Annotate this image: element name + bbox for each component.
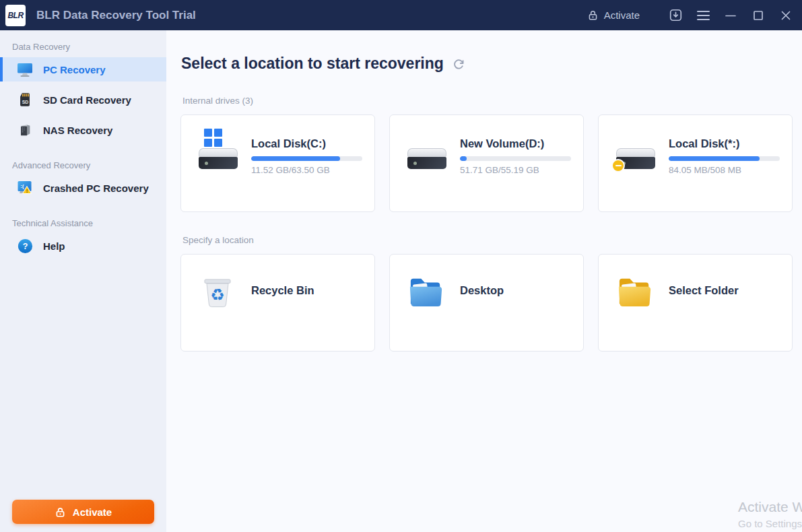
sidebar-item-label: PC Recovery	[43, 64, 106, 75]
drive-icon	[407, 129, 446, 170]
sidebar-item-help[interactable]: ? Help	[0, 234, 166, 258]
lock-icon	[55, 506, 66, 518]
sidebar-item-sd-card-recovery[interactable]: SD SD Card Recovery	[0, 88, 166, 112]
drive-size: 11.52 GB/63.50 GB	[251, 165, 362, 175]
activate-button-label: Activate	[73, 506, 112, 518]
menu-icon[interactable]	[696, 8, 710, 23]
app-logo: BLR	[5, 5, 26, 26]
crashed-pc-icon: :( !	[16, 179, 34, 197]
recycle-bin-icon: ♻	[200, 273, 235, 310]
select-folder-card[interactable]: Select Folder	[598, 254, 793, 352]
windows-logo-icon	[204, 129, 222, 147]
app-title: BLR Data Recovery Tool Trial	[36, 9, 196, 22]
svg-text:?: ?	[22, 241, 28, 251]
drive-card-c[interactable]: Local Disk(C:) 11.52 GB/63.50 GB	[180, 114, 375, 212]
progress-bar	[460, 156, 571, 161]
page-title: Select a location to start recovering	[181, 55, 444, 73]
specify-location-label: Specify a location	[182, 235, 802, 245]
location-title: Select Folder	[669, 284, 739, 297]
close-button[interactable]	[778, 8, 793, 23]
download-icon[interactable]	[668, 8, 683, 23]
sidebar-item-label: NAS Recovery	[43, 125, 112, 136]
titlebar: BLR BLR Data Recovery Tool Trial Activat…	[0, 0, 802, 30]
internal-drives-label: Internal drives (3)	[182, 96, 802, 106]
drive-title: Local Disk(C:)	[251, 137, 362, 150]
drive-title: New Volume(D:)	[460, 137, 571, 150]
desktop-card[interactable]: Desktop	[389, 254, 584, 352]
pc-monitor-icon	[16, 61, 34, 78]
sidebar-item-label: Crashed PC Recovery	[43, 182, 149, 194]
sidebar-item-label: Help	[43, 240, 65, 252]
specify-location-row: ♻ Recycle Bin Desktop	[180, 254, 802, 352]
refresh-icon[interactable]	[453, 59, 465, 71]
drive-card-d[interactable]: New Volume(D:) 51.71 GB/55.19 GB	[389, 114, 584, 212]
sidebar-item-pc-recovery[interactable]: PC Recovery	[0, 57, 166, 81]
recycle-bin-card[interactable]: ♻ Recycle Bin	[180, 254, 375, 352]
sidebar-item-label: SD Card Recovery	[43, 94, 131, 106]
section-label-technical-assistance: Technical Assistance	[12, 218, 166, 228]
lock-icon	[587, 9, 599, 21]
progress-bar	[251, 156, 362, 161]
maximize-button[interactable]	[751, 8, 766, 23]
nas-device-icon	[16, 121, 34, 139]
svg-text::(: :(	[21, 183, 24, 189]
drive-size: 84.05 MB/508 MB	[669, 165, 780, 175]
drive-icon	[199, 129, 238, 170]
internal-drives-row: Local Disk(C:) 11.52 GB/63.50 GB New Vol…	[180, 114, 802, 212]
progress-bar	[669, 156, 780, 161]
yellow-folder-icon	[617, 273, 653, 310]
titlebar-activate-label: Activate	[604, 9, 640, 21]
sidebar-item-crashed-pc-recovery[interactable]: :( ! Crashed PC Recovery	[0, 176, 166, 200]
drive-card-star[interactable]: Local Disk(*:) 84.05 MB/508 MB	[598, 114, 793, 212]
drive-title: Local Disk(*:)	[669, 137, 780, 150]
titlebar-activate-button[interactable]: Activate	[587, 9, 640, 21]
sd-card-icon: SD	[16, 91, 34, 108]
location-title: Desktop	[460, 284, 504, 297]
activate-button[interactable]: Activate	[12, 500, 154, 524]
svg-text:SD: SD	[22, 100, 29, 104]
drive-size: 51.71 GB/55.19 GB	[460, 165, 571, 175]
sidebar-item-nas-recovery[interactable]: NAS Recovery	[0, 118, 166, 142]
drive-icon	[616, 129, 655, 170]
svg-text:!: !	[26, 188, 28, 194]
main-content: Select a location to start recovering In…	[166, 30, 802, 532]
help-icon: ?	[16, 237, 34, 255]
section-label-data-recovery: Data Recovery	[12, 42, 166, 52]
minus-badge-icon	[611, 159, 625, 172]
location-title: Recycle Bin	[251, 284, 314, 297]
svg-text:♻: ♻	[210, 286, 225, 304]
minimize-button[interactable]	[723, 8, 738, 23]
sidebar: Data Recovery PC Recovery SD SD Card Rec…	[0, 30, 166, 532]
section-label-advanced-recovery: Advanced Recovery	[12, 160, 166, 170]
blue-folder-icon	[409, 273, 444, 310]
